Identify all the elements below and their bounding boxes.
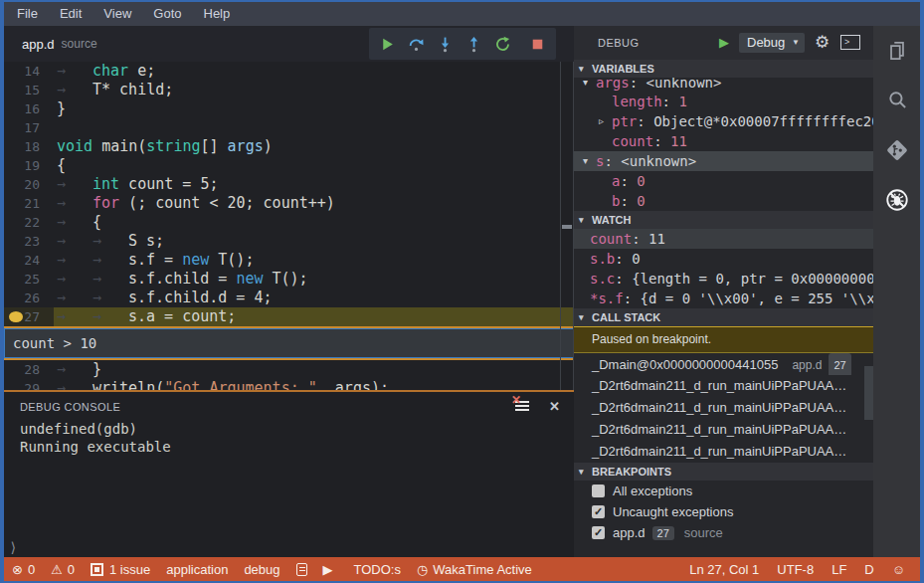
error-status-item[interactable]: ⊗0 <box>12 562 35 577</box>
tab-appd[interactable]: app.d source <box>4 26 115 62</box>
files-icon[interactable] <box>873 26 920 76</box>
editor-scrollbar[interactable] <box>560 62 574 390</box>
variable-row[interactable]: ▹ptr: Object@*0x00007ffffffffec20 <box>574 111 873 131</box>
stack-frame-row[interactable]: _D2rt6dmain211_d_run_mainUiPPaPUAA… <box>574 397 873 419</box>
line-number-gutter[interactable]: 20 <box>4 175 50 194</box>
checkbox[interactable]: ✓ <box>592 526 605 539</box>
issues-status-item[interactable]: 1 issue <box>91 562 150 577</box>
line-number-gutter[interactable]: 15 <box>4 81 50 99</box>
code-line[interactable]: 14→char e; <box>4 62 574 81</box>
line-number-gutter[interactable]: 19 <box>4 156 50 175</box>
variable-row[interactable]: b: 0 <box>574 191 873 211</box>
breakpoint-row[interactable]: ✓app.d27source <box>574 522 873 543</box>
clock-status-item[interactable]: ◷WakaTime Active <box>417 562 532 577</box>
breakpoint-condition-widget[interactable]: count > 10 <box>4 326 574 360</box>
run-status-item[interactable]: ▶ <box>323 562 338 577</box>
code-line[interactable]: 26→→s.f.child.d = 4; <box>4 289 574 307</box>
line-number-gutter[interactable]: 26 <box>4 289 50 307</box>
restart-icon[interactable] <box>488 28 517 60</box>
debug-repl-icon[interactable]: > <box>840 35 860 50</box>
repl-prompt[interactable]: ⟩ <box>9 539 17 555</box>
line-number-gutter[interactable]: 18 <box>4 137 50 156</box>
code-editor[interactable]: 14→char e;15→T* child;16}1718void main(s… <box>4 62 574 390</box>
variable-row[interactable]: ▾s: <unknown> <box>574 151 873 171</box>
line-number-gutter[interactable]: 23 <box>4 232 50 251</box>
menu-item-goto[interactable]: Goto <box>142 2 192 26</box>
code-line[interactable]: 15→T* child; <box>4 81 574 99</box>
checkbox[interactable]: ✓ <box>592 505 605 518</box>
section-watch[interactable]: ▾WATCH <box>574 211 873 229</box>
step-out-icon[interactable] <box>460 28 488 60</box>
line-number-gutter[interactable]: 25 <box>4 270 50 289</box>
status-item-utf-8[interactable]: UTF-8 <box>777 562 814 577</box>
line-number-gutter[interactable]: 21 <box>4 194 50 213</box>
watch-row[interactable]: *s.f: {d = 0 '\\x00', e = 255 '\\x <box>574 289 873 308</box>
continue-icon[interactable] <box>373 28 402 60</box>
panel-scrollbar[interactable] <box>864 366 873 420</box>
status-item-debug[interactable]: debug <box>244 562 279 577</box>
stop-icon[interactable] <box>523 28 552 60</box>
line-number-gutter[interactable]: 17 <box>4 118 50 137</box>
search-icon[interactable] <box>873 76 920 125</box>
breakpoint-icon[interactable] <box>9 311 23 322</box>
code-line[interactable]: 25→→s.f.child = new T(); <box>4 270 574 289</box>
line-number-gutter[interactable]: 24 <box>4 251 50 270</box>
menu-item-edit[interactable]: Edit <box>49 2 92 26</box>
status-item-application[interactable]: application <box>166 562 228 577</box>
variable-row[interactable]: a: 0 <box>574 171 873 191</box>
breakpoint-row[interactable]: ✓Uncaught exceptions <box>574 501 873 522</box>
status-item-lf[interactable]: LF <box>832 562 846 577</box>
code-line[interactable]: 20→int count = 5; <box>4 175 574 194</box>
step-into-icon[interactable] <box>431 28 460 60</box>
debug-icon[interactable] <box>873 175 920 225</box>
code-line[interactable]: 21→for (; count < 20; count++) <box>4 194 574 213</box>
code-line[interactable]: 28→} <box>4 360 574 379</box>
collapse-icon[interactable]: ▾ <box>583 78 588 92</box>
git-icon[interactable] <box>873 125 920 175</box>
feedback-smiley-status-item[interactable]: ☺ <box>892 562 910 577</box>
watch-row[interactable]: s.c: {length = 0, ptr = 0x00000000… <box>574 269 873 289</box>
clear-console-icon[interactable]: ✕ <box>514 399 530 413</box>
checkbox[interactable]: ✓ <box>592 485 605 497</box>
breakpoint-row[interactable]: ✓All exceptions <box>574 481 873 501</box>
step-over-icon[interactable] <box>402 28 431 60</box>
code-line[interactable]: 27→→s.a = count; <box>4 307 574 326</box>
code-line[interactable]: 22→{ <box>4 213 574 232</box>
line-number-gutter[interactable]: 28 <box>4 360 50 379</box>
line-number-gutter[interactable]: 22 <box>4 213 50 232</box>
line-number-gutter[interactable]: 16 <box>4 99 50 118</box>
watch-row[interactable]: count: 11 <box>574 229 873 249</box>
breakpoint-condition-input[interactable]: count > 10 <box>4 328 574 358</box>
section-variables[interactable]: ▾VARIABLES <box>574 60 873 78</box>
menu-item-file[interactable]: File <box>6 2 49 26</box>
section-call-stack[interactable]: ▾CALL STACK <box>574 308 873 326</box>
code-line[interactable]: 24→→s.f = new T(); <box>4 251 574 270</box>
menu-item-view[interactable]: View <box>92 2 142 26</box>
expand-icon[interactable]: ▹ <box>599 111 604 131</box>
line-number-gutter[interactable]: 14 <box>4 62 50 81</box>
watch-row[interactable]: s.b: 0 <box>574 249 873 269</box>
code-line[interactable]: 29→writeln("Got Arguments: ", args); <box>4 379 574 390</box>
variable-row[interactable]: length: 1 <box>574 92 873 111</box>
code-line[interactable]: 23→→S s; <box>4 232 574 251</box>
close-icon[interactable]: ✕ <box>549 399 560 414</box>
status-item-d[interactable]: D <box>864 562 873 577</box>
code-line[interactable]: 19{ <box>4 156 574 175</box>
line-number-gutter[interactable]: 29 <box>4 379 50 390</box>
variable-row[interactable]: count: 11 <box>574 131 873 151</box>
status-item-ln-27-col-1[interactable]: Ln 27, Col 1 <box>689 562 759 577</box>
stack-frame-row[interactable]: _Dmain@0x0000000000441055app.d27 <box>574 353 873 375</box>
code-line[interactable]: 18void main(string[] args) <box>4 137 574 156</box>
stack-frame-row[interactable]: _D2rt6dmain211_d_run_mainUiPPaPUAA… <box>574 419 873 441</box>
start-debug-icon[interactable]: ▶ <box>719 35 729 50</box>
menu-item-help[interactable]: Help <box>193 2 242 26</box>
debug-config-dropdown[interactable]: Debug ▼ <box>739 33 805 53</box>
stack-frame-row[interactable]: _D2rt6dmain211_d_run_mainUiPPaPUAA… <box>574 375 873 397</box>
code-line[interactable]: 16} <box>4 99 574 118</box>
collapse-icon[interactable]: ▾ <box>583 151 588 171</box>
document-status-item[interactable] <box>296 563 307 576</box>
gear-icon[interactable]: ⚙ <box>815 32 830 53</box>
status-item-todo-s[interactable]: TODO:s <box>354 562 401 577</box>
warning-status-item[interactable]: ⚠0 <box>51 562 75 577</box>
stack-frame-row[interactable]: _D2rt6dmain211_d_run_mainUiPPaPUAA… <box>574 441 873 463</box>
